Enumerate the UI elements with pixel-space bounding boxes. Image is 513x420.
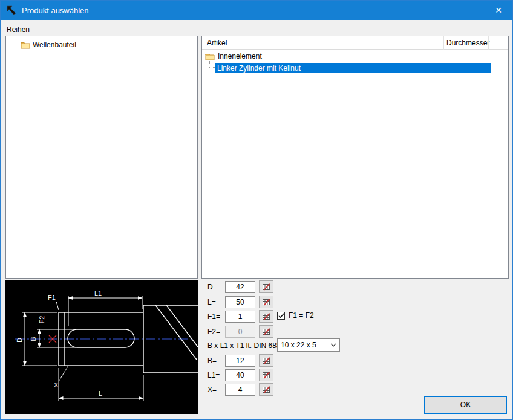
close-button[interactable]: ✕: [485, 1, 512, 20]
form-row-l: L=: [207, 296, 273, 308]
column-header-durchmesser[interactable]: Durchmesser: [446, 39, 489, 47]
window-title: Produkt auswählen: [22, 6, 89, 15]
product-select-dialog: Produkt auswählen ✕ Reihen Wellenbauteil…: [0, 0, 513, 420]
article-item-selected[interactable]: Linker Zylinder mit Keilnut: [215, 63, 491, 73]
l-input[interactable]: [225, 296, 255, 308]
check-icon: [278, 313, 284, 318]
l1-lookup-button[interactable]: [259, 369, 273, 381]
f1f2-checkbox-label: F1 = F2: [289, 311, 314, 320]
column-divider: [443, 36, 444, 50]
titlebar: Produkt auswählen ✕: [1, 1, 512, 20]
article-folder-innenelement[interactable]: Innenelement: [205, 52, 262, 60]
d-input[interactable]: [225, 281, 255, 293]
article-folder-label: Innenelement: [218, 52, 262, 60]
l1-label: L1=: [207, 371, 225, 380]
d-label: D=: [207, 283, 225, 291]
preview-panel: F1 L1 F2 D B X L: [5, 280, 198, 414]
b-lookup-button[interactable]: [259, 354, 273, 367]
chevron-down-icon: [330, 343, 336, 347]
din-size-dropdown[interactable]: 10 x 22 x 5: [277, 338, 340, 352]
article-item-label: Linker Zylinder mit Keilnut: [217, 64, 301, 73]
table-lookup-icon: [262, 312, 271, 321]
l-label: L=: [207, 298, 225, 306]
d-lookup-button[interactable]: [259, 280, 273, 293]
dim-label-f1: F1: [48, 294, 56, 301]
form-row-d: D=: [207, 280, 273, 293]
f1-input[interactable]: [225, 311, 255, 323]
article-list-header: Artikel Durchmesser: [202, 36, 508, 50]
app-icon: [6, 5, 17, 15]
f1-lookup-button[interactable]: [259, 310, 273, 323]
din-label: B x L1 x T1 lt. DIN 6885: [207, 341, 284, 350]
tree-item-wellenbauteil[interactable]: Wellenbauteil: [11, 40, 76, 49]
table-lookup-icon: [262, 328, 271, 336]
table-lookup-icon: [262, 386, 271, 394]
part-outline: [59, 305, 198, 373]
f2-input: [225, 326, 255, 338]
x-lookup-button[interactable]: [259, 383, 273, 396]
ok-button[interactable]: OK: [424, 396, 507, 414]
l1-input[interactable]: [225, 369, 255, 381]
column-divider: [488, 36, 489, 50]
table-lookup-icon: [262, 357, 271, 365]
din-size-value: 10 x 22 x 5: [281, 341, 328, 349]
column-header-artikel[interactable]: Artikel: [207, 39, 227, 47]
form-row-l1: L1=: [207, 369, 273, 381]
tree-item-label: Wellenbauteil: [33, 40, 76, 49]
tree-connector: [209, 61, 215, 68]
f2-label: F2=: [207, 328, 225, 336]
form-row-f2: F2=: [207, 325, 273, 338]
folder-icon: [205, 53, 215, 60]
technical-drawing: F1 L1 F2 D B X L: [5, 280, 198, 414]
dim-label-l1: L1: [94, 289, 102, 297]
tree-connector: [11, 45, 18, 45]
dim-label-b: B: [30, 337, 37, 341]
b-input[interactable]: [225, 355, 255, 367]
f2-lookup-button[interactable]: [259, 325, 273, 338]
form-row-b: B=: [207, 354, 273, 367]
form-row-f1: F1=: [207, 310, 273, 323]
dim-label-x: X: [54, 381, 59, 389]
dim-label-d: D: [16, 338, 23, 343]
folder-icon: [21, 41, 30, 49]
x-input[interactable]: [225, 384, 255, 396]
table-lookup-icon: [262, 298, 271, 306]
b-label: B=: [207, 357, 225, 365]
dim-label-f2: F2: [38, 316, 45, 324]
f1f2-checkbox[interactable]: [277, 312, 285, 320]
table-lookup-icon: [262, 371, 271, 380]
f1f2-checkbox-row: F1 = F2: [277, 311, 314, 320]
form-row-x: X=: [207, 383, 273, 396]
reihen-label: Reihen: [7, 25, 30, 34]
dim-label-l: L: [99, 390, 102, 397]
table-lookup-icon: [262, 283, 271, 291]
l-lookup-button[interactable]: [259, 296, 273, 308]
f1-label: F1=: [207, 312, 225, 321]
series-tree-panel: Wellenbauteil: [5, 36, 198, 279]
article-panel: Artikel Durchmesser Innenelement Linker …: [201, 36, 509, 279]
dimension-lines: [22, 296, 143, 401]
x-label: X=: [207, 386, 225, 394]
